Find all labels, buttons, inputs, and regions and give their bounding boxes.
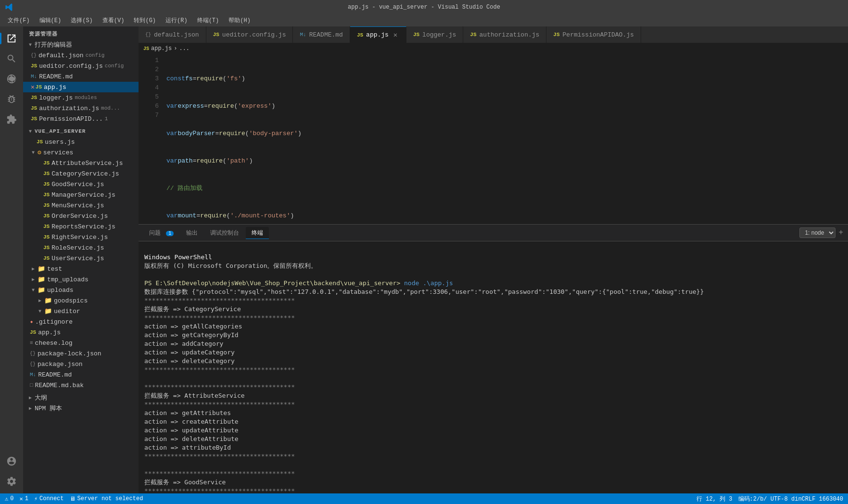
status-bar: ⚠ 0 ✕ 1 ⚡ Connect 🖥 Server not selected … xyxy=(0,493,848,504)
tree-goodspics[interactable]: ▶ 📁 goodspics xyxy=(23,295,139,306)
server-icon: 🖥 xyxy=(70,495,76,503)
tree-category-service[interactable]: JS CategoryService.js xyxy=(23,168,139,179)
tree-package-lock[interactable]: {} package-lock.json xyxy=(23,348,139,359)
open-file-loggerjs[interactable]: JS logger.js modules xyxy=(23,92,139,103)
menu-view[interactable]: 查看(V) xyxy=(99,15,128,25)
tab-label: ueditor.config.js xyxy=(222,31,286,38)
tree-cheese-log[interactable]: ≡ cheese.log xyxy=(23,338,139,348)
status-server[interactable]: 🖥 Server not selected xyxy=(70,495,143,503)
panel-tab-terminal[interactable]: 终端 xyxy=(246,227,269,239)
sidebar: 资源管理器 ▼ 打开的编辑器 {} default.json config JS… xyxy=(23,26,139,493)
open-file-permissionapidao[interactable]: JS PermissionAPID... 1 xyxy=(23,113,139,124)
activity-account[interactable] xyxy=(3,453,20,469)
js-tab-icon: JS xyxy=(357,32,363,38)
tree-uploads[interactable]: ▼ 📁 uploads xyxy=(23,285,139,295)
tree-appjs[interactable]: JS app.js xyxy=(23,327,139,338)
tab-logger[interactable]: JS logger.js xyxy=(406,26,463,43)
tree-readme-bak[interactable]: □ README.md.bak xyxy=(23,380,139,391)
tree-package-json[interactable]: {} package.json xyxy=(23,359,139,369)
open-file-appjs[interactable]: ✕ JS app.js xyxy=(23,82,139,92)
tree-user-service[interactable]: JS UserService.js xyxy=(23,253,139,264)
warning-count: 0 xyxy=(10,495,13,502)
file-label: mod... xyxy=(101,105,120,111)
status-position[interactable]: 行 12, 列 3 xyxy=(696,495,732,503)
title-bar: app.js - vue_api_server - Visual Studio … xyxy=(0,0,848,14)
menu-file[interactable]: 文件(F) xyxy=(4,15,34,25)
status-connect[interactable]: ⚡ Connect xyxy=(34,495,64,503)
folder-chevron: ▼ xyxy=(37,309,43,314)
tree-good-service[interactable]: JS GoodService.js xyxy=(23,179,139,189)
menu-terminal[interactable]: 终端(T) xyxy=(193,15,223,25)
menu-select[interactable]: 选择(S) xyxy=(67,15,97,25)
file-name: package-lock.json xyxy=(38,350,101,357)
status-warnings[interactable]: ⚠ 0 xyxy=(5,495,13,503)
outline-header[interactable]: ▶ 大纲 xyxy=(23,392,139,403)
project-header[interactable]: ▼ VUE_API_SERVER xyxy=(23,126,139,137)
terminal-action-8: action => updateAttribute xyxy=(144,427,239,434)
activity-extensions[interactable] xyxy=(3,111,20,127)
tree-attribute-service[interactable]: JS AttributeService.js xyxy=(23,158,139,168)
terminal-service-2: 拦截服务 => AttributeService xyxy=(144,392,245,399)
activity-search[interactable] xyxy=(3,50,20,67)
activity-debug[interactable] xyxy=(3,91,20,107)
open-file-readme[interactable]: M↓ README.md xyxy=(23,71,139,82)
tree-readme-md[interactable]: M↓ README.md xyxy=(23,369,139,380)
js-tab-icon: JS xyxy=(553,32,559,38)
tree-test[interactable]: ▶ 📁 test xyxy=(23,264,139,274)
activity-git[interactable] xyxy=(3,71,20,87)
tab-permission[interactable]: JS PermissionAPIDAO.js xyxy=(546,26,641,43)
tree-right-service[interactable]: JS RightService.js xyxy=(23,232,139,242)
menu-edit[interactable]: 编辑(E) xyxy=(36,15,65,25)
panel-tab-problems[interactable]: 问题 1 xyxy=(143,227,179,239)
add-terminal-button[interactable]: + xyxy=(838,228,843,237)
menu-help[interactable]: 帮助(H) xyxy=(225,15,254,25)
npm-scripts-header[interactable]: ▶ NPM 脚本 xyxy=(23,403,139,414)
js-icon: JS xyxy=(31,105,37,111)
code-editor[interactable]: 1 2 3 4 5 6 7 const fs = require('fs') v… xyxy=(139,54,848,224)
problems-badge: 1 xyxy=(166,231,174,236)
panel-tab-debug[interactable]: 调试控制台 xyxy=(204,227,245,239)
tab-appjs[interactable]: JS app.js ✕ xyxy=(350,26,406,43)
open-file-authorization[interactable]: JS authorization.js mod... xyxy=(23,103,139,113)
open-file-default-json[interactable]: {} default.json config xyxy=(23,50,139,61)
project-name: VUE_API_SERVER xyxy=(35,128,86,134)
activity-explorer[interactable] xyxy=(3,30,20,47)
status-encoding[interactable]: 编码:2/b/ UTF-8 dinCRLF 1663040 xyxy=(738,495,843,503)
close-icon[interactable]: ✕ xyxy=(31,83,35,91)
tab-readme[interactable]: M↓ README.md xyxy=(293,26,350,43)
file-label: config xyxy=(105,63,124,69)
line-num-2: 2 xyxy=(142,65,159,74)
menu-goto[interactable]: 转到(G) xyxy=(130,15,160,25)
js-icon: JS xyxy=(43,160,50,166)
panel-tab-output[interactable]: 输出 xyxy=(180,227,203,239)
tab-authorization[interactable]: JS authorization.js xyxy=(463,26,546,43)
tab-label: authorization.js xyxy=(480,31,540,38)
tree-users[interactable]: JS users.js xyxy=(23,137,139,147)
outline-chevron: ▶ xyxy=(27,395,34,401)
tree-services[interactable]: ▼ ⚙ services xyxy=(23,147,139,158)
terminal-content[interactable]: Windows PowerShell 版权所有 (C) Microsoft Co… xyxy=(139,241,848,493)
tree-manager-service[interactable]: JS ManagerService.js xyxy=(23,189,139,200)
tab-default-json[interactable]: {} default.json xyxy=(139,26,206,43)
title-bar-left xyxy=(5,3,15,12)
open-file-ueditor-config[interactable]: JS ueditor.config.js config xyxy=(23,61,139,71)
status-errors[interactable]: ✕ 1 xyxy=(19,495,28,503)
tree-gitignore[interactable]: ⬥ .gitignore xyxy=(23,316,139,327)
editor-area: {} default.json JS ueditor.config.js M↓ … xyxy=(139,26,848,493)
open-editors-header[interactable]: ▼ 打开的编辑器 xyxy=(23,39,139,50)
terminal-prompt: PS E:\SoftDevelop\nodejsWeb\Vue_Shop_Pro… xyxy=(144,279,400,287)
menu-run[interactable]: 运行(R) xyxy=(162,15,191,25)
terminal-label: 终端 xyxy=(252,230,263,237)
tree-tmp-uploads[interactable]: ▶ 📁 tmp_uploads xyxy=(23,274,139,285)
tree-reports-service[interactable]: JS ReportsService.js xyxy=(23,221,139,232)
tree-role-service[interactable]: JS RoleService.js xyxy=(23,242,139,253)
output-label: 输出 xyxy=(186,230,198,237)
tree-menu-service[interactable]: JS MenuService.js xyxy=(23,200,139,211)
terminal-selector[interactable]: 1: node xyxy=(799,227,835,238)
activity-settings[interactable] xyxy=(3,473,20,490)
code-content[interactable]: const fs = require('fs') var express = r… xyxy=(163,54,848,224)
tree-ueditor[interactable]: ▼ 📁 ueditor xyxy=(23,306,139,316)
tab-ueditor-config[interactable]: JS ueditor.config.js xyxy=(206,26,293,43)
tab-close-button[interactable]: ✕ xyxy=(392,31,399,39)
tree-order-service[interactable]: JS OrderService.js xyxy=(23,211,139,221)
